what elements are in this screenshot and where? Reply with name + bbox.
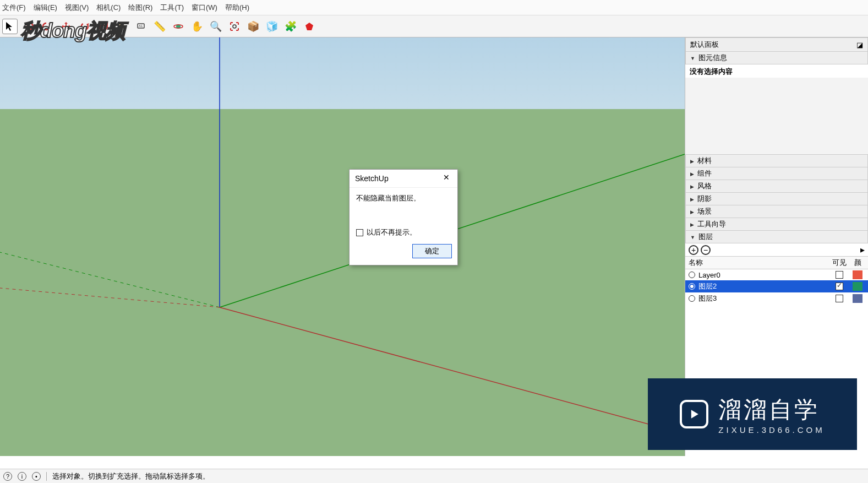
panel-title-default[interactable]: 默认面板 ◪ bbox=[685, 37, 868, 52]
accordion-layers[interactable]: 图层 bbox=[685, 231, 868, 243]
layer-name: 图层3 bbox=[698, 294, 717, 303]
accordion-shadows[interactable]: 阴影 bbox=[685, 193, 868, 205]
undo-icon[interactable] bbox=[21, 19, 36, 34]
status-info-icon[interactable]: ? bbox=[3, 472, 12, 481]
layer-active-radio[interactable] bbox=[689, 272, 695, 278]
layer-active-radio[interactable] bbox=[689, 295, 695, 302]
menu-camera[interactable]: 相机(C) bbox=[96, 3, 121, 13]
ok-button[interactable]: 确定 bbox=[412, 244, 452, 258]
warehouse-icon[interactable]: 📦 bbox=[245, 19, 261, 34]
orbit-icon[interactable] bbox=[171, 19, 186, 34]
accordion-components[interactable]: 组件 bbox=[685, 167, 868, 180]
status-hint: 选择对象。切换到扩充选择。拖动鼠标选择多项。 bbox=[52, 471, 210, 481]
layer-row[interactable]: 图层3 bbox=[685, 292, 868, 305]
toolbar: ✎ A1 📏 ✋ 🔍 📦 🧊 🧩 bbox=[0, 15, 868, 37]
svg-line-10 bbox=[220, 307, 685, 434]
dialog-message: 不能隐藏当前图层。 bbox=[356, 193, 451, 203]
entity-info-body: 没有选择内容 bbox=[685, 64, 868, 78]
layer-menu-icon[interactable]: ▸ bbox=[860, 245, 865, 255]
svg-line-9 bbox=[0, 252, 220, 307]
layer-color-swatch[interactable] bbox=[853, 294, 862, 303]
pan-icon[interactable]: ✋ bbox=[189, 19, 205, 34]
eraser-icon[interactable]: ✎ bbox=[114, 19, 130, 34]
add-layer-icon[interactable]: + bbox=[689, 245, 698, 255]
menu-file[interactable]: 文件(F) bbox=[2, 3, 26, 13]
dialog-title-text: SketchUp bbox=[355, 174, 389, 183]
menu-bar: 文件(F) 编辑(E) 视图(V) 相机(C) 绘图(R) 工具(T) 窗口(W… bbox=[0, 0, 868, 15]
extension-icon[interactable]: 🧩 bbox=[283, 19, 298, 34]
alert-dialog: SketchUp ✕ 不能隐藏当前图层。 以后不再提示。 确定 bbox=[349, 169, 458, 265]
entity-info-empty bbox=[685, 78, 868, 155]
layer-color-swatch[interactable] bbox=[853, 282, 862, 291]
layer-toolbar: + − ▸ bbox=[685, 243, 868, 257]
menu-draw[interactable]: 绘图(R) bbox=[128, 3, 152, 13]
layer-visible-checkbox[interactable] bbox=[836, 271, 843, 279]
layer-visible-checkbox[interactable] bbox=[836, 295, 843, 302]
menu-view[interactable]: 视图(V) bbox=[65, 3, 89, 13]
status-geo-icon[interactable]: i bbox=[18, 472, 26, 481]
accordion-styles[interactable]: 风格 bbox=[685, 180, 868, 193]
component-icon[interactable]: 🧊 bbox=[264, 19, 280, 34]
accordion-materials[interactable]: 材料 bbox=[685, 155, 868, 167]
status-user-icon[interactable]: • bbox=[32, 472, 41, 481]
layer-active-radio[interactable] bbox=[689, 283, 695, 290]
status-bar: ? i • 选择对象。切换到扩充选择。拖动鼠标选择多项。 bbox=[0, 469, 868, 483]
select-tool-icon[interactable] bbox=[2, 19, 18, 34]
layer-name: Layer0 bbox=[698, 271, 720, 279]
menu-tools[interactable]: 工具(T) bbox=[160, 3, 184, 13]
accordion-instructor[interactable]: 工具向导 bbox=[685, 218, 868, 231]
zoom-extents-icon[interactable] bbox=[227, 19, 242, 34]
extrude-icon[interactable] bbox=[96, 19, 111, 34]
remove-layer-icon[interactable]: − bbox=[701, 245, 711, 255]
layer-list: Layer0图层2图层3 bbox=[685, 269, 868, 305]
layer-visible-checkbox[interactable] bbox=[836, 283, 843, 290]
layer-name: 图层2 bbox=[698, 281, 717, 291]
svg-line-11 bbox=[0, 288, 220, 307]
rotate-icon[interactable] bbox=[77, 19, 92, 34]
layer-color-swatch[interactable] bbox=[853, 270, 862, 279]
accordion-entity-info[interactable]: 图元信息 bbox=[685, 52, 868, 64]
axes-overlay bbox=[0, 37, 685, 456]
menu-edit[interactable]: 编辑(E) bbox=[34, 3, 57, 13]
move-icon[interactable] bbox=[58, 19, 74, 34]
layer-row[interactable]: Layer0 bbox=[685, 269, 868, 280]
viewport-3d[interactable] bbox=[0, 37, 685, 456]
ruby-icon[interactable] bbox=[302, 19, 317, 34]
tape-icon[interactable]: 📏 bbox=[152, 19, 167, 34]
layer-col-name[interactable]: 名称 bbox=[689, 258, 828, 268]
layer-col-visible[interactable]: 可见 bbox=[828, 258, 850, 268]
accordion-scenes[interactable]: 场景 bbox=[685, 205, 868, 218]
dont-show-checkbox[interactable] bbox=[356, 229, 363, 236]
hide-label-overlay: 隐藏 bbox=[787, 392, 846, 422]
svg-text:A1: A1 bbox=[139, 24, 143, 28]
zoom-icon[interactable]: 🔍 bbox=[208, 19, 223, 34]
layer-row[interactable]: 图层2 bbox=[685, 280, 868, 292]
layer-header-row: 名称 可见 颜 bbox=[685, 257, 868, 269]
redo-icon[interactable] bbox=[40, 19, 55, 34]
panel-pin-icon[interactable]: ◪ bbox=[856, 41, 863, 49]
dialog-titlebar[interactable]: SketchUp ✕ bbox=[350, 170, 457, 188]
dont-show-label: 以后不再提示。 bbox=[367, 227, 417, 237]
svg-point-6 bbox=[233, 25, 236, 28]
layer-col-color[interactable]: 颜 bbox=[850, 258, 865, 268]
menu-window[interactable]: 窗口(W) bbox=[192, 3, 217, 13]
close-icon[interactable]: ✕ bbox=[441, 173, 452, 184]
menu-help[interactable]: 帮助(H) bbox=[225, 3, 249, 13]
dimension-icon[interactable]: A1 bbox=[133, 19, 149, 34]
svg-rect-1 bbox=[100, 25, 106, 30]
